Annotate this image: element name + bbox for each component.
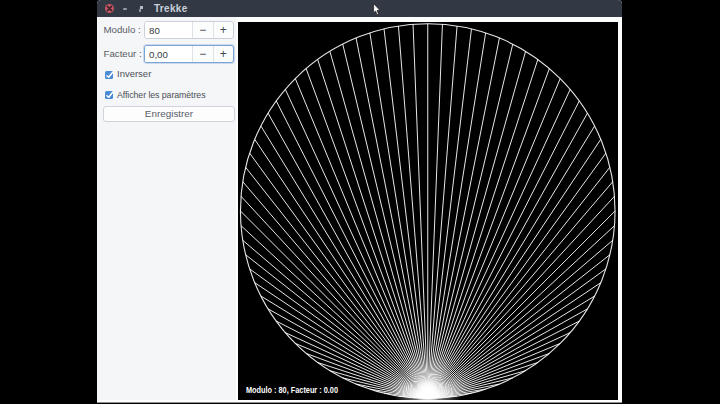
svg-text:Modulo : 80, Facteur : 0.00: Modulo : 80, Facteur : 0.00 bbox=[246, 383, 338, 394]
